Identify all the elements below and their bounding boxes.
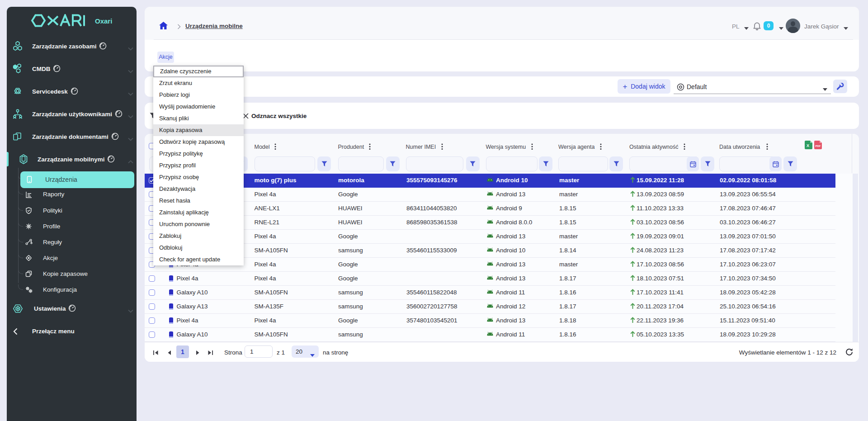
svg-text:PDF: PDF [816,145,821,147]
svg-text:X: X [807,143,809,148]
